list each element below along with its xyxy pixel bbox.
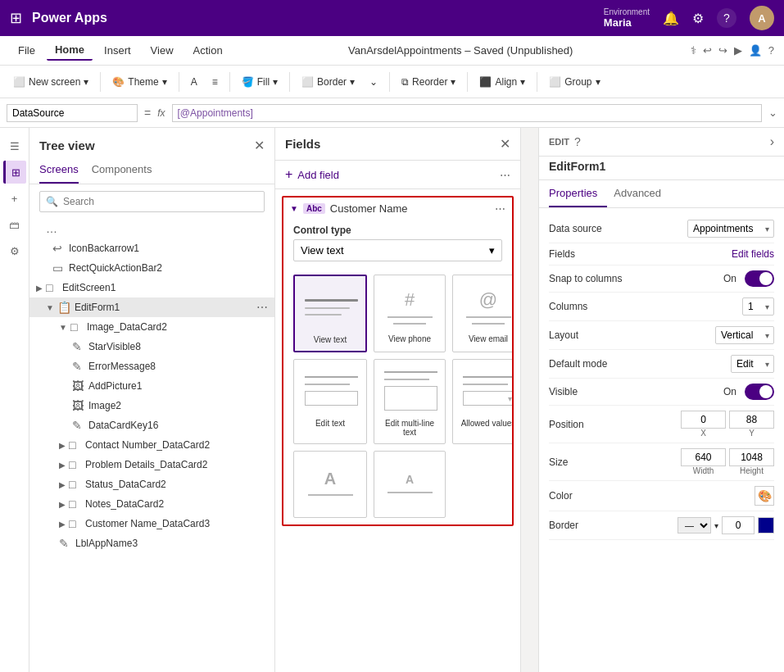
tab-advanced[interactable]: Advanced xyxy=(614,180,671,207)
border-style-select[interactable]: — xyxy=(678,517,711,534)
layout-select[interactable]: Vertical xyxy=(715,326,774,344)
fields-close-btn[interactable]: ✕ xyxy=(500,136,510,152)
data-source-select[interactable]: Appointments xyxy=(687,220,774,238)
menu-insert[interactable]: Insert xyxy=(96,41,139,60)
bell-icon[interactable]: 🔔 xyxy=(663,11,679,26)
tab-screens[interactable]: Screens xyxy=(39,160,79,184)
align-btn[interactable]: ⬛ Align ▾ xyxy=(473,73,532,91)
field-item-header[interactable]: ▼ Abc Customer Name ⋯ xyxy=(283,198,512,220)
menu-view[interactable]: View xyxy=(143,41,182,60)
list-item[interactable]: ▼ □ Image_DataCard2 xyxy=(29,317,274,337)
option-view-email[interactable]: @ View email xyxy=(452,275,512,352)
visible-toggle[interactable] xyxy=(745,384,774,400)
option-font-1[interactable]: A xyxy=(293,451,367,518)
undo-icon[interactable]: ↩ xyxy=(703,44,712,57)
list-item[interactable]: ▶ □ Problem Details_DataCard2 xyxy=(29,455,274,474)
option-edit-text[interactable]: Edit text xyxy=(293,359,367,444)
border-width-input[interactable] xyxy=(722,516,755,534)
more-icon[interactable]: ⋯ xyxy=(256,301,268,314)
list-item[interactable]: ✎ StarVisible8 xyxy=(29,337,274,356)
list-item[interactable]: ▶ □ EditScreen1 xyxy=(29,278,274,297)
data-btn[interactable]: 🗃 xyxy=(3,213,26,236)
expand-panel-btn[interactable]: › xyxy=(770,134,774,149)
item-label: LblAppName3 xyxy=(75,538,138,549)
play-icon[interactable]: ▶ xyxy=(734,44,742,57)
add-field-more-icon[interactable]: ⋯ xyxy=(500,169,510,181)
size-w-input[interactable] xyxy=(681,448,726,466)
prop-data-source: Data source Appointments xyxy=(549,215,774,243)
item-icon: □ xyxy=(69,517,82,530)
columns-select[interactable]: 1 xyxy=(742,297,774,316)
field-more-icon[interactable]: ⋯ xyxy=(495,202,505,215)
list-item[interactable]: ▶ □ Customer Name_DataCard3 xyxy=(29,514,274,534)
theme-btn[interactable]: 🎨 Theme ▾ xyxy=(106,73,173,91)
control-type-select[interactable]: View text ▾ xyxy=(293,239,502,261)
menu-file[interactable]: File xyxy=(10,41,43,60)
control-options: View text # View phone @ xyxy=(283,268,512,524)
color-picker-btn[interactable]: 🎨 xyxy=(755,486,774,506)
search-input[interactable] xyxy=(39,191,265,212)
new-screen-chevron: ▾ xyxy=(84,76,88,88)
share-icon[interactable]: 👤 xyxy=(749,44,762,57)
list-item[interactable]: … xyxy=(29,219,274,238)
toolbar: ⬜ New screen ▾ 🎨 Theme ▾ A ≡ 🪣 Fill ▾ ⬜ … xyxy=(0,66,784,98)
list-item[interactable]: ▭ RectQuickActionBar2 xyxy=(29,258,274,278)
text-format-btn[interactable]: A xyxy=(184,73,204,91)
prop-snap-columns: Snap to columns On xyxy=(549,266,774,293)
tab-components[interactable]: Components xyxy=(92,160,152,184)
avatar[interactable]: A xyxy=(750,6,774,30)
list-item[interactable]: ▶ □ Status_DataCard2 xyxy=(29,474,274,494)
option-view-phone[interactable]: # View phone xyxy=(374,275,446,352)
tree-view-btn[interactable]: ⊞ xyxy=(3,161,26,184)
group-btn[interactable]: ⬜ Group ▾ xyxy=(542,73,606,91)
tab-properties[interactable]: Properties xyxy=(549,180,607,207)
props-help-icon[interactable]: ? xyxy=(574,135,581,148)
position-x-input[interactable] xyxy=(681,411,726,429)
toolbar-sep-6 xyxy=(467,72,468,92)
list-item[interactable]: ▶ □ Contact Number_DataCard2 xyxy=(29,435,274,455)
edit-fields-link[interactable]: Edit fields xyxy=(732,248,774,260)
health-icon[interactable]: ⚕ xyxy=(691,44,696,57)
menu-action[interactable]: Action xyxy=(185,41,231,60)
settings-icon[interactable]: ⚙ xyxy=(692,11,704,26)
list-item[interactable]: ✎ DataCardKey16 xyxy=(29,415,274,435)
list-item[interactable]: 🖼 Image2 xyxy=(29,396,274,415)
hamburger-btn[interactable]: ☰ xyxy=(3,134,26,157)
position-y-input[interactable] xyxy=(729,411,774,429)
option-allowed-values[interactable]: ▾ Allowed values xyxy=(452,359,512,444)
list-item[interactable]: ↩ IconBackarrow1 xyxy=(29,238,274,258)
snap-columns-toggle[interactable] xyxy=(745,270,774,287)
media-btn[interactable]: ⚙ xyxy=(3,239,26,262)
group-chevron: ▾ xyxy=(596,76,600,88)
list-item[interactable]: ✎ ErrorMessage8 xyxy=(29,356,274,376)
list-item[interactable]: ▶ □ Notes_DataCard2 xyxy=(29,494,274,514)
option-view-text[interactable]: View text xyxy=(293,275,367,352)
menu-home[interactable]: Home xyxy=(47,40,93,61)
redo-icon[interactable]: ↪ xyxy=(718,44,727,57)
item-icon: □ xyxy=(70,320,84,334)
option-font-2[interactable]: A xyxy=(374,451,446,518)
list-item[interactable]: ✎ LblAppName3 xyxy=(29,534,274,553)
help-icon[interactable]: ? xyxy=(717,8,736,28)
app-grid-icon[interactable]: ⊞ xyxy=(10,9,22,27)
size-h-input[interactable] xyxy=(729,448,774,466)
fill-btn[interactable]: 🪣 Fill ▾ xyxy=(235,73,284,91)
position-x-label: X xyxy=(681,429,726,438)
border-color-swatch[interactable] xyxy=(758,517,774,534)
list-item[interactable]: 🖼 AddPicture1 xyxy=(29,376,274,396)
option-edit-multiline[interactable]: Edit multi-line text xyxy=(374,359,446,444)
new-screen-btn[interactable]: ⬜ New screen ▾ xyxy=(7,73,95,91)
formula-input[interactable] xyxy=(172,104,762,122)
more-chevron-btn[interactable]: ⌄ xyxy=(363,73,384,91)
help-menu-icon[interactable]: ? xyxy=(768,44,774,57)
border-btn[interactable]: ⬜ Border ▾ xyxy=(295,73,361,91)
default-mode-select[interactable]: Edit xyxy=(731,355,774,373)
list-item[interactable]: ▼ 📋 EditForm1 ⋯ xyxy=(29,297,274,317)
name-box[interactable] xyxy=(7,104,138,122)
add-field-label[interactable]: Add field xyxy=(297,169,339,181)
align-text-btn[interactable]: ≡ xyxy=(206,73,224,91)
add-control-btn[interactable]: + xyxy=(3,187,26,210)
formula-expand-icon[interactable]: ⌄ xyxy=(768,107,777,119)
tree-close-btn[interactable]: ✕ xyxy=(254,138,265,153)
reorder-btn[interactable]: ⧉ Reorder ▾ xyxy=(395,73,462,91)
